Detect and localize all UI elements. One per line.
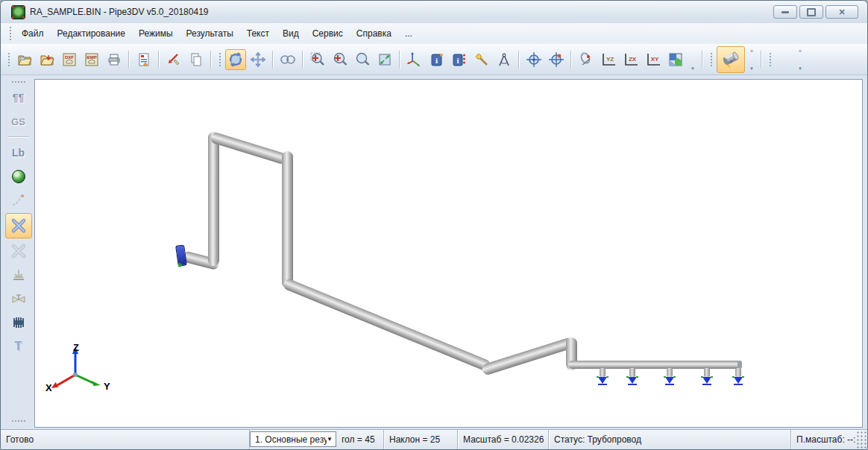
zoom-fit-button[interactable] (374, 49, 395, 70)
menu-bar: Файл Редактирование Режимы Результаты Те… (1, 23, 867, 44)
anchor-flange (175, 244, 187, 266)
cross-disabled-icon (10, 243, 27, 259)
toolbar-overflow-icon[interactable] (688, 48, 697, 71)
valve-icon (11, 291, 26, 306)
menu-view[interactable]: Вид (276, 25, 306, 42)
menu-edit[interactable]: Редактирование (51, 25, 132, 42)
menu-text[interactable]: Текст (240, 25, 276, 42)
compensator-element-button[interactable] (6, 311, 31, 334)
center-point-button[interactable] (546, 49, 567, 70)
view-yz-button[interactable]: YZ (598, 49, 619, 70)
sidebar-grip[interactable] (10, 80, 27, 83)
text-marks-button[interactable]: ¶¶ (6, 86, 31, 109)
compass-icon (497, 52, 512, 67)
green-sphere-icon (12, 170, 25, 183)
zoom-in-button[interactable] (330, 49, 350, 70)
toolbar-overflow-icon[interactable] (796, 48, 805, 71)
copy-icon (189, 52, 203, 67)
title-bar[interactable]: RA_SAMPLE.BIN - Pipe3DV v5.0_20180419 ✕ (1, 1, 867, 23)
axes-setup-button[interactable] (404, 49, 425, 70)
view-xy-button[interactable]: XY (643, 49, 664, 70)
print-button[interactable] (104, 49, 125, 70)
redline-edit-button[interactable] (163, 49, 184, 70)
view-3d-button[interactable] (665, 49, 686, 70)
close-button[interactable]: ✕ (825, 5, 858, 19)
export-dxf-button[interactable]: DXF (59, 49, 80, 70)
pick-tool-button[interactable] (471, 49, 492, 70)
toolbar-grip-3[interactable] (709, 53, 713, 66)
tee-element-button[interactable]: T (6, 335, 31, 358)
valve-element-button[interactable] (6, 288, 31, 310)
render-pipe-button[interactable] (717, 46, 745, 73)
pipe-support (627, 368, 638, 385)
app-icon (11, 5, 25, 19)
zoom-window-button[interactable] (307, 49, 328, 70)
menu-grip[interactable] (8, 27, 12, 40)
pipe-support (702, 368, 712, 385)
svg-text:DXF: DXF (65, 55, 74, 60)
cross-mode-button-active[interactable] (5, 213, 32, 238)
open-import-button[interactable] (37, 49, 57, 70)
toolbar-grip-4[interactable] (768, 53, 772, 66)
menu-service[interactable]: Сервис (306, 25, 350, 42)
view-xy-icon: XY (645, 52, 661, 67)
pan-view-button[interactable] (248, 49, 268, 70)
toolbar-separator (399, 51, 400, 69)
toolbar-separator (128, 51, 130, 69)
folder-open-icon (17, 53, 32, 66)
toolbar-grip-2[interactable] (218, 53, 221, 66)
results-select[interactable]: 1. Основные результаты ▼ (250, 431, 336, 447)
resize-grip[interactable] (855, 430, 867, 449)
toolbar-separator (570, 51, 572, 69)
copy-button[interactable] (186, 49, 207, 70)
lb-mode-button[interactable]: Lb (6, 142, 31, 164)
pipe-segment (568, 361, 741, 369)
svg-text:XY: XY (651, 56, 659, 63)
toolbar-separator (158, 51, 160, 69)
info-list-button[interactable]: i (449, 49, 470, 70)
rotate-view-button[interactable] (225, 49, 246, 70)
view-zx-button[interactable]: ZX (620, 49, 641, 70)
menu-more[interactable]: ... (398, 25, 419, 42)
toolbar-separator (518, 51, 520, 69)
toolbar-overflow-icon[interactable] (747, 48, 756, 71)
model-viewport[interactable]: Z X Y (34, 79, 863, 428)
cross-mode-button-disabled[interactable] (6, 240, 31, 262)
view-search-button[interactable] (277, 49, 298, 70)
status-print-scale: П.масштаб: --:-- (791, 430, 855, 449)
minimize-button[interactable] (773, 5, 797, 19)
sidebar-bottom-grip[interactable] (10, 419, 27, 422)
support-element-button[interactable] (6, 264, 31, 286)
zoom-fit-icon (377, 52, 392, 67)
axes-triad: Z X Y (41, 342, 113, 396)
view-yz-icon: YZ (600, 52, 617, 67)
menu-results[interactable]: Результаты (180, 25, 240, 42)
menu-file[interactable]: Файл (15, 25, 51, 42)
measure-button[interactable] (494, 49, 515, 70)
status-angle: гол = 45 (336, 430, 384, 449)
chevron-down-icon: ▼ (327, 436, 333, 443)
menu-modes[interactable]: Режимы (132, 25, 180, 42)
left-toolbar: ¶¶ GS Lb (2, 78, 34, 427)
toolbar-grip-1[interactable] (7, 53, 10, 66)
export-bmp-button[interactable]: BMP (81, 49, 102, 70)
sphere-mode-button[interactable] (6, 165, 31, 188)
magic-wand-icon (474, 52, 489, 67)
open-file-button[interactable] (14, 49, 35, 70)
gs-mode-button[interactable]: GS (6, 110, 31, 133)
svg-text:i: i (456, 56, 459, 65)
target-icon (526, 51, 542, 68)
clip-plane-button[interactable] (576, 49, 597, 70)
sidebar-separator (8, 136, 29, 138)
svg-text:YZ: YZ (606, 56, 614, 63)
menu-help[interactable]: Справка (350, 25, 398, 42)
tee-icon: T (15, 340, 22, 353)
restore-button[interactable] (799, 5, 823, 19)
zoom-out-button[interactable] (352, 49, 373, 70)
center-view-button[interactable] (523, 49, 544, 70)
pilcrow-icon: ¶¶ (13, 92, 25, 104)
report-button[interactable] (133, 49, 154, 70)
rotate-icon (227, 51, 244, 68)
info-button[interactable]: i (427, 49, 447, 70)
curve-mode-button[interactable] (6, 189, 31, 212)
